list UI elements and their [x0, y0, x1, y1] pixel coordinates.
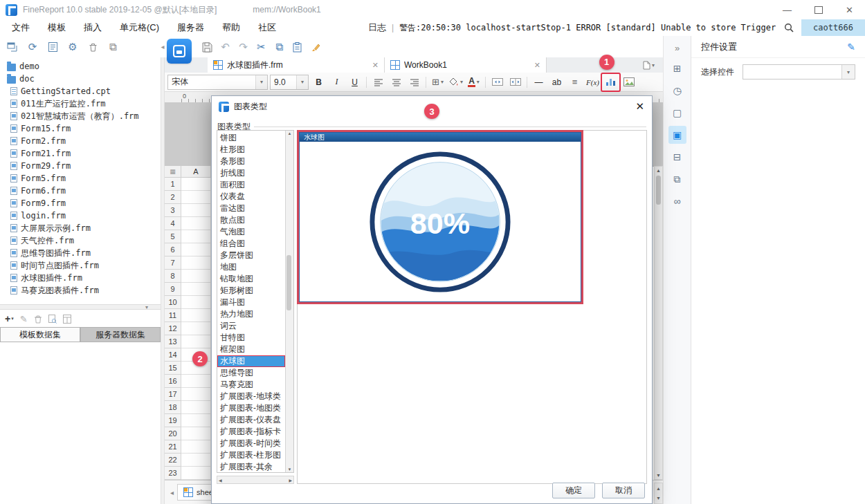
paste-icon[interactable] [289, 39, 305, 55]
chart-type-item[interactable]: 条形图 [217, 156, 285, 167]
chart-type-item[interactable]: 扩展图表-指标卡 [217, 426, 285, 438]
tree-item[interactable]: Form9.frm [0, 197, 161, 209]
chart-type-item[interactable]: 扩展图表-仪表盘 [217, 414, 285, 426]
tree-item[interactable]: Form6.frm [0, 185, 161, 197]
widget-select[interactable]: ▾ [743, 64, 855, 80]
font-size-select[interactable]: 9.0 ▾ [270, 75, 309, 90]
scroll-up-icon[interactable]: ▲ [655, 168, 662, 173]
maximize-button[interactable] [803, 0, 834, 19]
row-header[interactable]: 9 [165, 283, 181, 296]
cell-A[interactable] [181, 256, 211, 270]
chart-type-item[interactable]: 地图 [217, 261, 285, 273]
chart-type-item[interactable]: 雷达图 [217, 203, 285, 214]
wrap-text-button[interactable]: ab [549, 75, 565, 90]
clear-format-button[interactable]: — [531, 75, 547, 90]
scroll-right-icon[interactable]: ▶ [289, 478, 292, 483]
menu-item[interactable]: 文件 [3, 19, 39, 36]
chart-type-item[interactable]: 水球图 [217, 355, 285, 367]
tree-item[interactable]: Form5.frm [0, 172, 161, 185]
canvas-scroll-corner[interactable]: ▲ ▼ [654, 483, 663, 504]
menu-item[interactable]: 插入 [75, 19, 111, 36]
row-header[interactable]: 4 [165, 217, 181, 230]
cell-A[interactable] [181, 467, 211, 480]
row-header[interactable]: 16 [165, 375, 181, 388]
row-header[interactable]: 17 [165, 388, 181, 401]
new-template-icon[interactable]: ▾ [643, 57, 655, 73]
row-header[interactable]: 11 [165, 309, 181, 322]
tree-item[interactable]: Form15.frm [0, 122, 161, 135]
scroll-left-icon[interactable]: ◀ [219, 478, 222, 483]
chart-type-item[interactable]: 散点图 [217, 214, 285, 226]
save-icon[interactable] [199, 39, 215, 55]
menu-item[interactable]: 服务器 [168, 19, 213, 36]
tab-close-icon[interactable]: ✕ [534, 61, 540, 70]
row-header[interactable]: 12 [165, 322, 181, 335]
tree-item[interactable]: 011生产运行监控.frm [0, 97, 161, 110]
expand-panel-icon[interactable]: » [668, 40, 686, 55]
underline-button[interactable]: U [347, 75, 363, 90]
cell-A[interactable] [181, 335, 211, 348]
template-tab[interactable]: 水球图插件.frm ✕ [208, 57, 385, 73]
bold-button[interactable]: B [311, 75, 327, 90]
scroll-down-icon[interactable]: ▼ [655, 473, 662, 478]
liquid-chart-style-card[interactable]: 水球图 80% [299, 132, 581, 302]
sheet-nav-left-icon[interactable]: ◂ [170, 489, 174, 496]
chart-type-item[interactable]: 多层饼图 [217, 250, 285, 261]
log-button[interactable]: 日志 [368, 21, 386, 34]
tree-item[interactable]: GettingStarted.cpt [0, 85, 161, 97]
chart-type-item[interactable]: 马赛克图 [217, 379, 285, 391]
row-header[interactable]: 3 [165, 204, 181, 217]
row-header[interactable]: 22 [165, 454, 181, 467]
italic-button[interactable]: I [329, 75, 345, 90]
cell-A[interactable] [181, 414, 211, 427]
row-header[interactable]: 19 [165, 414, 181, 427]
cell-A[interactable] [181, 440, 211, 454]
chart-type-item[interactable]: 漏斗图 [217, 297, 285, 308]
cancel-button[interactable]: 取消 [602, 483, 645, 498]
format-painter-icon[interactable] [307, 39, 323, 55]
switch-workspace-icon[interactable] [4, 39, 21, 55]
tree-item[interactable]: 思维导图插件.frm [0, 247, 161, 259]
edit-pencil-icon[interactable]: ✎ [847, 41, 855, 53]
tree-item[interactable]: doc [0, 73, 161, 85]
tree-item[interactable]: 水球图插件.frm [0, 272, 161, 284]
panel-splitter[interactable] [161, 57, 165, 504]
collapse-down-icon[interactable]: ▾ [145, 304, 148, 310]
tree-item[interactable]: Form21.frm [0, 147, 161, 160]
scroll-down-icon[interactable]: ▼ [656, 496, 661, 501]
tree-item[interactable]: Form29.frm [0, 160, 161, 172]
edit-dataset-icon[interactable]: ✎ [20, 314, 28, 324]
unmerge-cells-button[interactable] [507, 75, 523, 90]
redo-icon[interactable]: ↷ [235, 39, 251, 55]
cell-A[interactable] [181, 230, 211, 243]
cell-A[interactable] [181, 270, 211, 283]
chart-type-item[interactable]: 甘特图 [217, 332, 285, 344]
chart-type-item[interactable]: 热力地图 [217, 308, 285, 320]
scroll-up-icon[interactable]: ▲ [656, 486, 661, 491]
chart-type-item[interactable]: 扩展图表-柱形图 [217, 449, 285, 461]
menu-item[interactable]: 单元格(C) [111, 19, 168, 36]
row-header[interactable]: 10 [165, 296, 181, 309]
undo-icon[interactable]: ↶ [217, 39, 233, 55]
cell-A[interactable] [181, 454, 211, 467]
dataset-tab[interactable]: 服务器数据集 [80, 327, 161, 342]
list-horizontal-scrollbar[interactable]: ◀ ▶ [217, 476, 294, 484]
cell-A[interactable] [181, 296, 211, 309]
chart-type-item[interactable]: 折线图 [217, 167, 285, 179]
select-all-corner[interactable]: ▦ [165, 166, 181, 178]
canvas-vertical-scrollbar[interactable]: ▲ ▼ [654, 166, 663, 480]
close-button[interactable]: ✕ [834, 0, 865, 19]
float-element-icon[interactable]: ▢ [668, 104, 686, 122]
cell-A[interactable] [181, 427, 211, 440]
tree-item[interactable]: 时间节点图插件.frm [0, 259, 161, 272]
component-library-icon[interactable]: ⊟ [668, 148, 686, 166]
tree-item[interactable]: 天气控件.frm [0, 234, 161, 247]
tree-item[interactable]: Form2.frm [0, 135, 161, 147]
scroll-up-icon[interactable]: ▲ [286, 131, 293, 136]
chart-type-item[interactable]: 词云 [217, 320, 285, 332]
hyperlink-icon[interactable]: ∞ [668, 192, 686, 210]
row-header[interactable]: 20 [165, 427, 181, 440]
align-center-button[interactable] [388, 75, 404, 90]
row-header[interactable]: 2 [165, 191, 181, 204]
copy-template-icon[interactable]: ⧉ [104, 39, 121, 55]
